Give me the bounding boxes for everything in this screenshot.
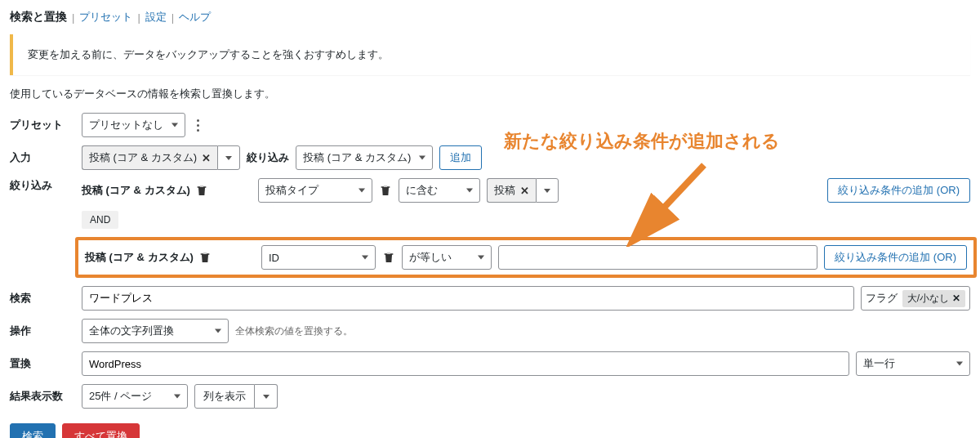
replace-mode-select[interactable]: 単一行 — [856, 351, 970, 376]
columns-dropdown[interactable] — [255, 384, 278, 409]
per-page-select[interactable]: 25件 / ページ — [82, 384, 188, 409]
trash-icon[interactable] — [195, 184, 208, 197]
help-link[interactable]: ヘルプ — [179, 10, 211, 25]
page-description: 使用しているデータベースの情報を検索し置換します。 — [10, 87, 970, 101]
backup-notice: 変更を加える前に、データをバックアップすることを強くおすすめします。 — [10, 34, 970, 75]
filter1-title: 投稿 (コア & カスタム) — [82, 183, 190, 198]
search-label: 検索 — [10, 291, 74, 306]
replace-all-button[interactable]: すべて置換 — [62, 423, 140, 438]
separator: | — [137, 11, 140, 24]
filter2-title: 投稿 (コア & カスタム) — [85, 250, 194, 265]
search-button[interactable]: 検索 — [10, 423, 56, 438]
input-source-tag[interactable]: 投稿 (コア & カスタム) ✕ — [82, 145, 217, 170]
flag-label: フラグ — [866, 291, 898, 306]
results-label: 結果表示数 — [10, 389, 74, 404]
search-flags[interactable]: フラグ 大/小なし ✕ — [861, 286, 970, 311]
filter1-value-dropdown[interactable] — [536, 178, 559, 203]
preset-link[interactable]: プリセット — [79, 10, 132, 25]
close-icon[interactable]: ✕ — [952, 293, 960, 304]
filter2-highlight: 投稿 (コア & カスタム) ID が等しい 絞り込み条件の追加 (OR) — [75, 237, 977, 278]
trash-icon[interactable] — [382, 251, 395, 264]
input-label: 入力 — [10, 150, 74, 165]
replace-label: 置換 — [10, 356, 74, 371]
filter1-field-select[interactable]: 投稿タイプ — [258, 178, 372, 203]
page-title: 検索と置換 — [10, 10, 67, 25]
filter1-op-select[interactable]: に含む — [399, 178, 480, 203]
trash-icon[interactable] — [379, 184, 392, 197]
separator: | — [172, 11, 174, 24]
operation-select[interactable]: 全体の文字列置換 — [82, 319, 229, 343]
filter2-field-select[interactable]: ID — [261, 245, 376, 270]
operation-hint: 全体検索の値を置換する。 — [235, 324, 353, 338]
and-operator-label: AND — [82, 211, 118, 229]
annotation-arrow — [622, 157, 720, 247]
flag-chip[interactable]: 大/小なし ✕ — [902, 290, 965, 307]
preset-label: プリセット — [10, 118, 74, 132]
filter2-value-input[interactable] — [498, 245, 817, 270]
columns-button[interactable]: 列を表示 — [194, 384, 255, 409]
preset-select[interactable]: プリセットなし — [82, 113, 185, 137]
filter-label: 絞り込み — [10, 178, 74, 193]
filter1-add-or-button[interactable]: 絞り込み条件の追加 (OR) — [827, 178, 970, 203]
preset-menu-icon[interactable] — [192, 114, 204, 136]
filter2-op-select[interactable]: が等しい — [402, 245, 492, 270]
add-button[interactable]: 追加 — [439, 145, 482, 170]
annotation-text: 新たな絞り込み条件が追加される — [504, 129, 780, 154]
separator: | — [72, 11, 74, 24]
input-source-dropdown[interactable] — [217, 145, 240, 170]
filter-sublabel: 絞り込み — [247, 150, 289, 165]
operation-label: 操作 — [10, 324, 74, 338]
close-icon[interactable]: ✕ — [520, 185, 529, 197]
filter2-add-or-button[interactable]: 絞り込み条件の追加 (OR) — [824, 245, 967, 270]
filter1-value-tag[interactable]: 投稿 ✕ — [487, 178, 536, 203]
settings-link[interactable]: 設定 — [145, 10, 167, 25]
svg-line-0 — [639, 165, 704, 235]
close-icon[interactable]: ✕ — [202, 152, 211, 164]
trash-icon[interactable] — [198, 251, 212, 264]
search-input[interactable] — [82, 286, 854, 311]
input-filter-select[interactable]: 投稿 (コア & カスタム) — [296, 145, 433, 170]
replace-input[interactable] — [82, 351, 849, 376]
